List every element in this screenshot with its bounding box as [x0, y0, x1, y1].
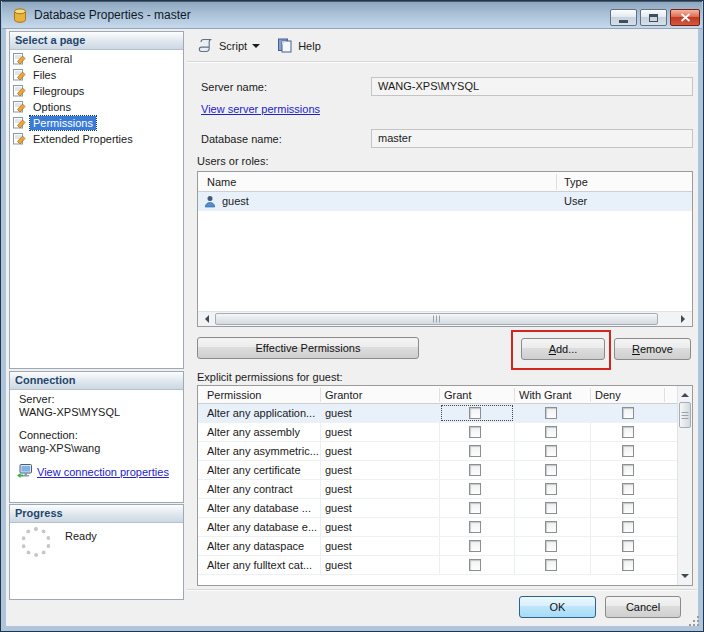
with-grant-checkbox[interactable] [545, 521, 557, 533]
users-or-roles-label: Users or roles: [197, 155, 269, 167]
permission-row[interactable]: Alter any contract guest [198, 480, 677, 499]
connection-properties-icon [16, 463, 33, 482]
explicit-permissions-label: Explicit permissions for guest: [197, 371, 343, 383]
permission-row[interactable]: Alter any dataspace guest [198, 537, 677, 556]
grantor-cell: guest [325, 518, 352, 537]
h-scrollbar-thumb[interactable] [215, 313, 658, 325]
deny-checkbox[interactable] [622, 445, 634, 457]
column-header-grantor[interactable]: Grantor [325, 386, 362, 404]
user-name-cell: guest [222, 192, 249, 211]
sidebar-item-general[interactable]: General [13, 51, 177, 67]
grant-checkbox[interactable] [469, 521, 481, 533]
horizontal-scrollbar[interactable] [198, 311, 692, 326]
users-table-header: Name Type [198, 172, 692, 192]
permission-row[interactable]: Alter any fulltext cat... guest [198, 556, 677, 575]
titlebar[interactable]: Database Properties - master [2, 1, 702, 29]
sidebar-item-extended-properties[interactable]: Extended Properties [13, 131, 177, 147]
help-button[interactable]: Help [272, 35, 325, 58]
deny-checkbox[interactable] [622, 521, 634, 533]
permission-cell: Alter any dataspace [207, 537, 304, 556]
deny-checkbox[interactable] [622, 407, 634, 419]
grant-checkbox[interactable] [469, 483, 481, 495]
scroll-right-icon[interactable] [681, 315, 689, 323]
scroll-down-icon[interactable] [681, 574, 689, 582]
user-row-guest[interactable]: guest User [198, 192, 692, 211]
permission-row[interactable]: Alter any asymmetric... guest [198, 442, 677, 461]
grant-checkbox[interactable] [469, 464, 481, 476]
scroll-left-icon[interactable] [201, 315, 209, 323]
minimize-button[interactable] [610, 9, 637, 26]
grant-checkbox[interactable] [469, 426, 481, 438]
with-grant-checkbox[interactable] [545, 426, 557, 438]
permission-row[interactable]: Alter any certificate guest [198, 461, 677, 480]
column-header-deny[interactable]: Deny [595, 386, 621, 404]
column-header-grant[interactable]: Grant [444, 386, 472, 404]
with-grant-checkbox[interactable] [545, 445, 557, 457]
permission-cell: Alter any database ... [207, 499, 311, 518]
permissions-table-header: Permission Grantor Grant With Grant Deny [198, 386, 677, 404]
sidebar-item-options[interactable]: Options [13, 99, 177, 115]
column-separator [556, 174, 557, 190]
permission-row[interactable]: Alter any database ... guest [198, 499, 677, 518]
deny-checkbox[interactable] [622, 426, 634, 438]
permission-row[interactable]: Alter any application... guest [198, 404, 677, 423]
remove-button[interactable]: Remove [614, 338, 691, 360]
page-edit-icon [13, 68, 26, 83]
column-header-name[interactable]: Name [207, 172, 236, 192]
permission-cell: Alter any database e... [207, 518, 317, 537]
resize-grip[interactable] [689, 616, 701, 628]
with-grant-checkbox[interactable] [545, 483, 557, 495]
connection-connection-label: Connection: [19, 429, 78, 441]
grant-checkbox[interactable] [469, 559, 481, 571]
annotation-highlight-box [511, 330, 611, 370]
chevron-down-icon [252, 44, 260, 52]
database-name-field[interactable]: master [371, 129, 693, 148]
permission-row[interactable]: Alter any database e... guest [198, 518, 677, 537]
deny-checkbox[interactable] [622, 483, 634, 495]
cancel-button[interactable]: Cancel [605, 596, 681, 618]
permission-row[interactable]: Alter any assembly guest [198, 423, 677, 442]
sidebar-item-label: Files [30, 68, 59, 82]
with-grant-checkbox[interactable] [545, 407, 557, 419]
column-header-with-grant[interactable]: With Grant [519, 386, 572, 404]
connection-server-label: Server: [19, 393, 54, 405]
grant-checkbox[interactable] [469, 502, 481, 514]
v-scrollbar-thumb[interactable] [679, 402, 691, 428]
permission-cell: Alter any fulltext cat... [207, 556, 312, 575]
grantor-cell: guest [325, 442, 352, 461]
view-connection-properties-link[interactable]: View connection properties [37, 466, 169, 478]
sidebar-item-files[interactable]: Files [13, 67, 177, 83]
effective-permissions-button[interactable]: Effective Permissions [197, 337, 419, 359]
close-icon [680, 13, 691, 22]
database-name-label: Database name: [201, 133, 282, 145]
with-grant-checkbox[interactable] [545, 502, 557, 514]
grant-checkbox[interactable] [469, 540, 481, 552]
grant-checkbox[interactable] [469, 445, 481, 457]
with-grant-checkbox[interactable] [545, 540, 557, 552]
sidebar-item-filegroups[interactable]: Filegroups [13, 83, 177, 99]
server-name-field[interactable]: WANG-XPS\MYSQL [371, 77, 693, 96]
with-grant-checkbox[interactable] [545, 559, 557, 571]
close-button[interactable] [670, 9, 700, 26]
database-properties-dialog: Database Properties - master Select a pa… [0, 0, 704, 632]
deny-checkbox[interactable] [622, 502, 634, 514]
sidebar-item-label: Permissions [30, 116, 96, 130]
toolbar: Script Help [193, 34, 325, 58]
maximize-button[interactable] [640, 9, 667, 26]
select-page-header: Select a page [10, 32, 183, 50]
scroll-up-icon[interactable] [681, 389, 689, 397]
ok-button[interactable]: OK [519, 596, 596, 618]
deny-checkbox[interactable] [622, 464, 634, 476]
with-grant-checkbox[interactable] [545, 464, 557, 476]
script-button[interactable]: Script [193, 35, 264, 58]
column-header-type[interactable]: Type [564, 172, 588, 192]
vertical-scrollbar[interactable] [677, 386, 692, 585]
deny-checkbox[interactable] [622, 540, 634, 552]
grant-checkbox[interactable] [469, 407, 481, 419]
maximize-icon [649, 14, 658, 22]
column-header-permission[interactable]: Permission [207, 386, 261, 404]
server-name-label: Server name: [201, 81, 267, 93]
view-server-permissions-link[interactable]: View server permissions [201, 103, 320, 115]
deny-checkbox[interactable] [622, 559, 634, 571]
sidebar-item-permissions[interactable]: Permissions [13, 115, 177, 131]
